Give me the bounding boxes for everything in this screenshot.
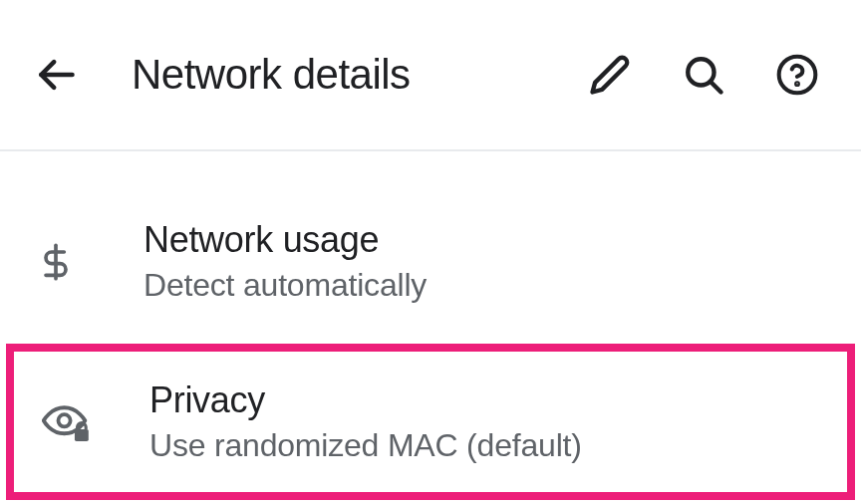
header-bar: Network details: [0, 0, 861, 151]
privacy-eye-icon: [42, 401, 122, 443]
help-icon: [775, 53, 819, 97]
privacy-highlight: Privacy Use randomized MAC (default): [6, 344, 855, 500]
edit-button[interactable]: [582, 47, 638, 103]
network-usage-subtitle: Detect automatically: [144, 267, 825, 304]
back-button[interactable]: [28, 47, 84, 103]
svg-line-2: [711, 82, 721, 93]
network-usage-item[interactable]: Network usage Detect automatically: [0, 191, 861, 332]
pencil-icon: [589, 54, 631, 96]
help-button[interactable]: [769, 47, 825, 103]
header-actions: [582, 47, 825, 103]
search-button[interactable]: [676, 47, 731, 103]
privacy-title: Privacy: [149, 379, 819, 421]
network-usage-title: Network usage: [144, 219, 825, 261]
search-icon: [683, 54, 724, 96]
settings-content: Network usage Detect automatically: [0, 151, 861, 500]
page-title: Network details: [132, 51, 582, 99]
svg-point-4: [796, 83, 798, 85]
privacy-item[interactable]: Privacy Use randomized MAC (default): [14, 352, 847, 492]
svg-point-6: [58, 414, 70, 426]
network-usage-text: Network usage Detect automatically: [144, 219, 825, 304]
privacy-subtitle: Use randomized MAC (default): [149, 427, 819, 464]
dollar-icon: [36, 242, 116, 282]
privacy-text: Privacy Use randomized MAC (default): [149, 379, 819, 464]
svg-rect-7: [75, 428, 89, 440]
back-arrow-icon: [34, 53, 78, 97]
